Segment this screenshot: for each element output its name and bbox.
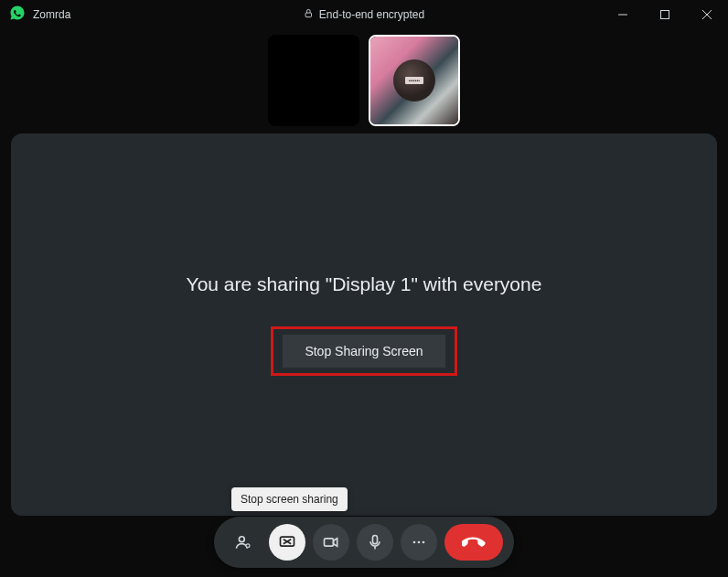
participant-thumbnails: ••••••• bbox=[0, 29, 728, 134]
contact-name: Zomrda bbox=[33, 8, 70, 21]
titlebar: Zomrda End-to-end encrypted bbox=[0, 0, 728, 29]
more-options-button[interactable] bbox=[401, 524, 437, 561]
main-panel: You are sharing "Display 1" with everyon… bbox=[11, 134, 717, 516]
avatar-label: ••••••• bbox=[405, 77, 423, 84]
encryption-text: End-to-end encrypted bbox=[319, 8, 424, 21]
sharing-message: You are sharing "Display 1" with everyon… bbox=[187, 273, 542, 295]
annotation-highlight: Stop Sharing Screen bbox=[271, 326, 456, 376]
titlebar-left: Zomrda bbox=[9, 5, 70, 25]
maximize-button[interactable] bbox=[644, 0, 686, 29]
encryption-label: End-to-end encrypted bbox=[304, 8, 424, 21]
svg-rect-13 bbox=[373, 536, 378, 544]
window-controls bbox=[602, 0, 728, 29]
thumbnail-self[interactable] bbox=[268, 35, 359, 126]
whatsapp-icon bbox=[9, 5, 26, 25]
svg-rect-2 bbox=[661, 11, 669, 19]
video-button[interactable] bbox=[313, 524, 349, 561]
close-button[interactable] bbox=[686, 0, 728, 29]
svg-point-5 bbox=[239, 537, 244, 542]
lock-icon bbox=[304, 8, 314, 21]
svg-point-17 bbox=[423, 541, 425, 544]
svg-rect-0 bbox=[305, 13, 311, 17]
svg-point-15 bbox=[413, 541, 416, 544]
thumbnail-peer[interactable]: ••••••• bbox=[369, 35, 460, 126]
stop-sharing-button[interactable]: Stop Sharing Screen bbox=[283, 335, 444, 368]
minimize-button[interactable] bbox=[602, 0, 644, 29]
microphone-button[interactable] bbox=[357, 524, 393, 561]
add-participant-button[interactable] bbox=[225, 524, 262, 561]
svg-point-16 bbox=[418, 541, 421, 544]
call-controls-bar bbox=[214, 517, 514, 568]
tooltip: Stop screen sharing bbox=[231, 487, 348, 511]
screen-share-button[interactable] bbox=[269, 524, 305, 561]
svg-rect-12 bbox=[325, 539, 334, 546]
end-call-button[interactable] bbox=[444, 524, 503, 561]
